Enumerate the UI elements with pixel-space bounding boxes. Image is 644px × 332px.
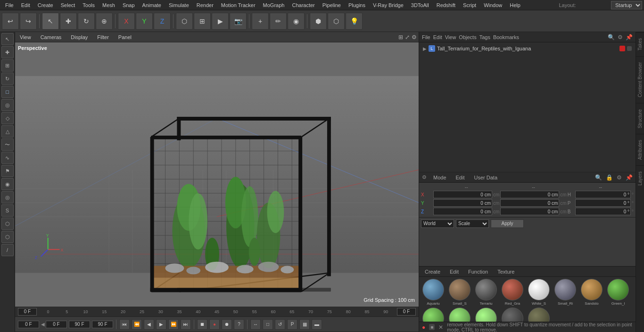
attr-pin-icon[interactable]: 📌: [626, 174, 633, 181]
object-item-terrarium[interactable]: ▶ L Tall_Terrarium_for_Reptiles_with_Igu…: [421, 44, 634, 53]
mat-green-l2[interactable]: Green_l: [421, 308, 446, 322]
coord-y-size-input[interactable]: [500, 199, 559, 207]
mat-function-menu[interactable]: Function: [465, 268, 491, 275]
vtab-attributes[interactable]: Attributes: [636, 134, 644, 165]
polygon-button[interactable]: ⬢: [310, 13, 327, 30]
apply-button[interactable]: Apply: [491, 219, 524, 228]
sculpt-button[interactable]: ◉: [288, 13, 305, 30]
pb-record[interactable]: ●: [209, 319, 220, 330]
sidebar-paint[interactable]: S: [1, 204, 14, 217]
menu-select[interactable]: Select: [58, 1, 79, 9]
vtab-takes[interactable]: Takes: [636, 32, 644, 56]
render-button[interactable]: ▶: [212, 13, 229, 30]
status-icon1[interactable]: ●: [422, 324, 425, 331]
mat-texture-menu[interactable]: Texture: [495, 268, 517, 275]
menu-motion-tracker[interactable]: Motion Tracker: [218, 1, 259, 9]
vp-icon-settings[interactable]: ⚙: [412, 34, 417, 40]
camera-button[interactable]: 📷: [230, 13, 247, 30]
object-mode-button[interactable]: ⬡: [176, 13, 193, 30]
viewport[interactable]: Perspective Grid Spacing : 100 cm: [15, 42, 419, 307]
obj-search-icon[interactable]: 🔍: [608, 34, 615, 40]
pb-autokey[interactable]: ⏺: [222, 319, 232, 330]
z-axis-button[interactable]: Z: [154, 13, 171, 30]
rotate-tool-button[interactable]: ↻: [78, 13, 95, 30]
obj-edit-menu[interactable]: Edit: [433, 34, 442, 40]
pb-extra4[interactable]: P: [287, 319, 297, 330]
light-button[interactable]: 💡: [346, 13, 363, 30]
menu-edit[interactable]: Edit: [18, 1, 33, 9]
vtab-layers[interactable]: Layers: [636, 165, 644, 191]
pb-extra2[interactable]: □: [263, 319, 273, 330]
mat-edit-menu[interactable]: Edit: [447, 268, 462, 275]
obj-tags-menu[interactable]: Tags: [479, 34, 490, 40]
mat-green-l3[interactable]: Green_l: [447, 308, 472, 322]
mat-green-l1[interactable]: Green_l: [606, 279, 630, 306]
sidebar-tool1[interactable]: ⬡: [1, 218, 14, 230]
pb-play-forward[interactable]: ▶: [156, 319, 166, 330]
menu-window[interactable]: Window: [480, 1, 505, 9]
coord-y-pos-input[interactable]: [433, 199, 492, 207]
coord-z-size-input[interactable]: [500, 208, 559, 215]
obj-objects-menu[interactable]: Objects: [459, 34, 476, 40]
vtab-content-browser[interactable]: Content Browser: [636, 56, 644, 103]
layout-select[interactable]: Startup: [611, 1, 642, 9]
pb-play-back[interactable]: ◀: [144, 319, 154, 330]
scale-select[interactable]: Scale: [456, 219, 489, 228]
vp-menu-filter[interactable]: Filter: [94, 33, 111, 41]
obj-view-menu[interactable]: View: [445, 34, 456, 40]
mat-terrariu[interactable]: Terrariu: [474, 279, 498, 306]
vp-menu-panel[interactable]: Panel: [116, 33, 134, 41]
add-object-button[interactable]: +: [252, 13, 269, 30]
sidebar-spline[interactable]: 〜: [1, 138, 14, 151]
menu-script[interactable]: Script: [460, 1, 479, 9]
mat-extra2[interactable]: ...: [527, 308, 551, 322]
sidebar-light[interactable]: ◇: [1, 112, 14, 124]
current-frame-input[interactable]: [18, 308, 37, 316]
coord-x-size-input[interactable]: [500, 191, 559, 198]
vp-menu-cameras[interactable]: Cameras: [38, 33, 65, 41]
attr-mode-tab[interactable]: Mode: [430, 174, 449, 181]
vp-icon-maximize[interactable]: ⊞: [398, 34, 403, 40]
pb-goto-end[interactable]: ⏭: [181, 319, 191, 330]
menu-mesh[interactable]: Mesh: [99, 1, 118, 9]
mat-white-s[interactable]: White_S: [527, 279, 551, 306]
sidebar-knife[interactable]: /: [1, 244, 14, 256]
sidebar-rotate[interactable]: ↻: [1, 73, 14, 85]
attr-lock-icon[interactable]: 🔒: [606, 174, 613, 181]
pb-extra1[interactable]: ↔: [250, 319, 261, 330]
menu-animate[interactable]: Animate: [139, 1, 165, 9]
y-axis-button[interactable]: Y: [136, 13, 153, 30]
mat-create-menu[interactable]: Create: [422, 268, 443, 275]
world-select[interactable]: World: [421, 219, 454, 228]
pb-step-back[interactable]: ⏪: [132, 319, 142, 330]
menu-pipeline[interactable]: Pipeline: [319, 1, 344, 9]
menu-character[interactable]: Character: [289, 1, 318, 9]
mat-extra1[interactable]: ...: [500, 308, 525, 322]
scale-tool-button[interactable]: ⊕: [96, 13, 113, 30]
frame-end-input-3[interactable]: [92, 321, 113, 328]
coord-z-pos-input[interactable]: [433, 208, 492, 215]
pb-extra3[interactable]: ↺: [275, 319, 285, 330]
mat-aquariu[interactable]: Aquariu: [421, 279, 446, 306]
sidebar-cube[interactable]: □: [1, 86, 14, 98]
sidebar-deformer[interactable]: ∿: [1, 152, 14, 164]
coord-b-input[interactable]: [575, 208, 631, 215]
frame-start-input[interactable]: [18, 321, 39, 328]
vp-menu-display[interactable]: Display: [68, 33, 91, 41]
attr-settings-icon[interactable]: ⚙: [617, 174, 622, 181]
sidebar-polygon[interactable]: △: [1, 125, 14, 138]
frame-end-input-2[interactable]: [69, 321, 90, 328]
obj-settings-icon[interactable]: ⚙: [618, 34, 623, 40]
mat-green-l4[interactable]: Green_l: [474, 308, 498, 322]
sidebar-snap[interactable]: ◎: [1, 191, 14, 203]
menu-mograph[interactable]: MoGraph: [260, 1, 288, 9]
menu-render[interactable]: Render: [193, 1, 217, 9]
sidebar-move[interactable]: ✚: [1, 46, 14, 58]
menu-file[interactable]: File: [2, 1, 17, 9]
menu-3dtoall[interactable]: 3DToAll: [408, 1, 432, 9]
menu-tools[interactable]: Tools: [79, 1, 98, 9]
attr-edit-tab[interactable]: Edit: [453, 174, 468, 181]
select-all-button[interactable]: ⬡: [328, 13, 345, 30]
move-tool-button[interactable]: ✚: [60, 13, 77, 30]
pb-extra5[interactable]: ▦: [299, 319, 310, 330]
